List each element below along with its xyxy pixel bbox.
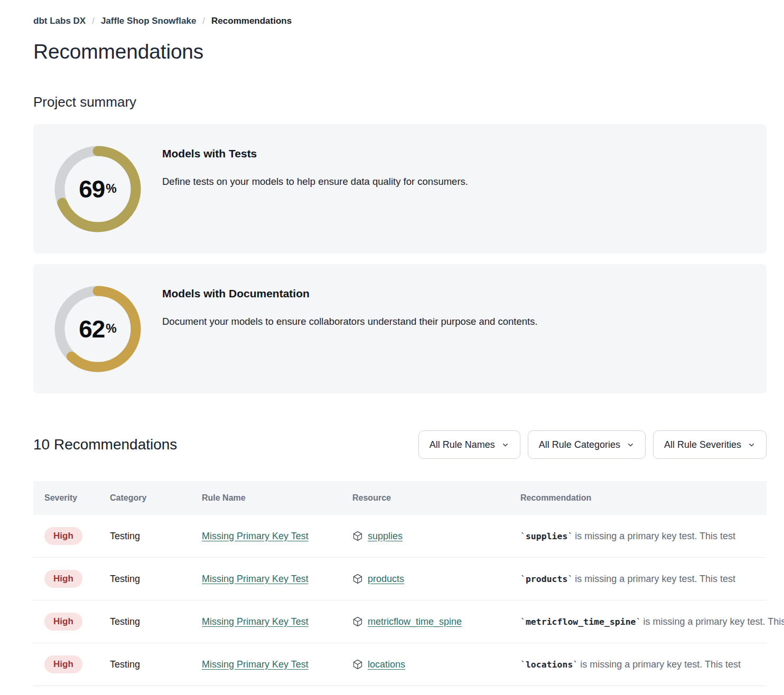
recommendation-cell: `supplies`is missing a primary key test.… [520,531,767,542]
table-row: High Testing Missing Primary Key Test pr… [33,558,767,600]
rule-name-link[interactable]: Missing Primary Key Test [202,574,309,584]
table-body: High Testing Missing Primary Key Test su… [33,515,767,686]
summary-card-models-with-documentation: 62% Models with Documentation Document y… [33,264,767,393]
recommendations-count-heading: 10 Recommendations [33,436,177,453]
recommendation-text: is missing a primary key test. This test [643,616,784,627]
resource-cell: supplies [352,531,520,542]
column-header-recommendation: Recommendation [520,493,767,503]
recommendation-code: locations [526,660,573,670]
documentation-coverage-percent: 62% [54,286,141,372]
category-cell: Testing [110,531,202,542]
recommendation-text: is missing a primary key test. This test [575,531,735,541]
recommendation-code: supplies [526,531,567,541]
code-delimiter: ` [636,617,641,627]
code-delimiter: ` [520,660,526,670]
card-title-models-with-tests: Models with Tests [162,147,468,160]
category-cell: Testing [110,574,202,585]
recommendation-code: products [526,574,567,584]
rule-names-filter-dropdown[interactable]: All Rule Names [418,430,520,459]
card-title-models-with-documentation: Models with Documentation [162,287,538,300]
category-cell: Testing [110,659,202,670]
code-delimiter: ` [567,531,573,541]
code-delimiter: ` [573,660,578,670]
table-row: High Testing Missing Primary Key Test su… [33,515,767,558]
rule-name-link[interactable]: Missing Primary Key Test [202,531,309,541]
recommendations-page: dbt Labs DX / Jaffle Shop Snowflake / Re… [0,0,784,686]
model-cube-icon [352,659,363,670]
tests-coverage-donut-chart: 69% [54,146,141,232]
resource-link[interactable]: metricflow_time_spine [368,616,462,627]
code-delimiter: ` [520,617,526,627]
severity-cell: High [33,570,110,588]
severity-cell: High [33,613,110,631]
code-delimiter: ` [520,574,526,584]
rule-name-cell: Missing Primary Key Test [202,531,352,542]
model-cube-icon [352,531,363,541]
severity-badge: High [44,613,82,631]
card-description-models-with-tests: Define tests on your models to help ensu… [162,176,468,187]
breadcrumb-separator: / [92,16,95,26]
recommendation-cell: `products`is missing a primary key test.… [520,574,767,585]
column-header-rule-name: Rule Name [202,493,352,503]
breadcrumb-separator: / [202,16,205,26]
severity-cell: High [33,655,110,673]
resource-link[interactable]: locations [368,659,405,670]
breadcrumb-current-page: Recommendations [211,16,292,26]
column-header-category: Category [110,493,202,503]
column-header-resource: Resource [352,493,520,503]
resource-link[interactable]: supplies [368,531,403,542]
card-description-models-with-documentation: Document your models to ensure collabora… [162,316,538,327]
rule-name-cell: Missing Primary Key Test [202,659,352,670]
recommendation-text: is missing a primary key test. This test [575,574,735,584]
recommendations-table: Severity Category Rule Name Resource Rec… [33,481,767,686]
chevron-down-icon [748,441,755,449]
chevron-down-icon [627,441,634,449]
filter-bar: All Rule Names All Rule Categories All R… [418,430,767,459]
summary-card-models-with-tests: 69% Models with Tests Define tests on yo… [33,124,767,253]
rule-name-cell: Missing Primary Key Test [202,574,352,585]
breadcrumb-account-link[interactable]: dbt Labs DX [33,16,86,26]
severity-badge: High [44,527,82,545]
recommendation-cell: `metricflow_time_spine`is missing a prim… [520,616,767,627]
severity-badge: High [44,655,82,673]
documentation-coverage-donut-chart: 62% [54,286,141,372]
rule-name-link[interactable]: Missing Primary Key Test [202,659,309,670]
recommendation-code: metricflow_time_spine [526,617,636,627]
code-delimiter: ` [520,531,526,541]
column-header-severity: Severity [33,493,110,503]
resource-cell: products [352,574,520,585]
resource-cell: locations [352,659,520,670]
rule-categories-filter-dropdown[interactable]: All Rule Categories [528,430,646,459]
table-header-row: Severity Category Rule Name Resource Rec… [33,481,767,515]
category-cell: Testing [110,616,202,627]
model-cube-icon [352,574,363,584]
recommendation-text: is missing a primary key test. This test [580,659,741,670]
tests-coverage-percent: 69% [54,146,141,232]
model-cube-icon [352,616,363,627]
severity-cell: High [33,527,110,545]
resource-cell: metricflow_time_spine [352,616,520,627]
severity-badge: High [44,570,82,588]
page-title: Recommendations [33,40,767,63]
code-delimiter: ` [567,574,573,584]
breadcrumb: dbt Labs DX / Jaffle Shop Snowflake / Re… [33,16,767,26]
rule-name-cell: Missing Primary Key Test [202,616,352,627]
recommendation-cell: `locations`is missing a primary key test… [520,659,767,670]
project-summary-heading: Project summary [33,94,767,110]
rule-severities-filter-dropdown[interactable]: All Rule Severities [653,430,767,459]
table-row: High Testing Missing Primary Key Test me… [33,600,767,643]
resource-link[interactable]: products [368,574,404,585]
table-row: High Testing Missing Primary Key Test lo… [33,643,767,686]
breadcrumb-project-link[interactable]: Jaffle Shop Snowflake [101,16,196,26]
rule-name-link[interactable]: Missing Primary Key Test [202,616,309,627]
chevron-down-icon [501,441,509,449]
